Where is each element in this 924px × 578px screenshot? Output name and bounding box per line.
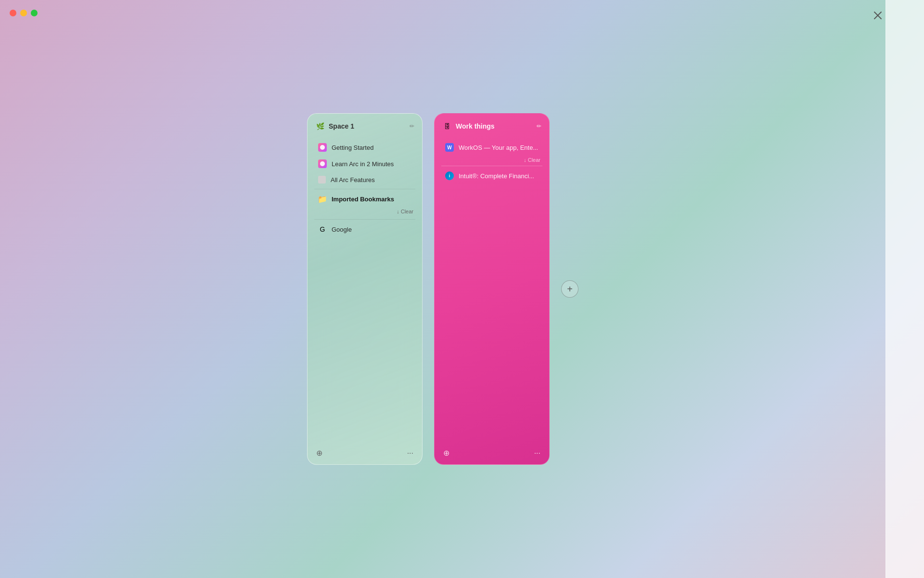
tab-learn-arc[interactable]: Learn Arc in 2 Minutes [311,156,418,171]
space1-title: Space 1 [329,122,354,130]
add-space-button[interactable]: + [561,280,578,298]
space2-footer: ⊕ ··· [435,442,549,464]
tab-workos[interactable]: W WorkOS — Your app, Ente... [438,140,545,155]
space1-divider [314,189,415,189]
space2-move-icon[interactable]: ⊕ [443,448,449,458]
right-panel [886,0,924,578]
tab-label-intuit: Intuit®: Complete Financi... [459,172,539,180]
svg-point-3 [320,161,325,166]
google-favicon: G [318,225,327,234]
tab-label-learn-arc: Learn Arc in 2 Minutes [332,160,411,168]
tab-label-getting-started: Getting Started [332,144,411,151]
space1-header-left: 🌿 Space 1 [315,121,354,131]
close-traffic-light[interactable] [10,10,16,16]
tab-label-all-arc: All Arc Features [331,176,411,184]
tab-label-google: Google [332,226,411,233]
intuit-favicon: i [445,171,454,180]
space1-edit-icon[interactable]: ✏ [410,123,414,130]
arc-logo-icon-2 [320,161,325,167]
space2-header: 🗄 Work things ✏ [435,114,549,137]
close-icon [873,11,882,20]
space-card-2: 🗄 Work things ✏ W WorkOS — Your app, Ent… [434,113,550,465]
space2-icon: 🗄 [442,121,452,131]
tab-intuit[interactable]: i Intuit®: Complete Financi... [438,168,545,184]
tab-imported-bookmarks[interactable]: 📁 Imported Bookmarks [311,191,418,207]
space2-edit-icon[interactable]: ✏ [537,123,541,130]
gray-favicon [318,176,326,184]
space2-title: Work things [456,122,495,130]
minimize-traffic-light[interactable] [20,10,27,16]
space2-divider [441,166,542,166]
space2-more-icon[interactable]: ··· [534,449,540,458]
main-content: 🌿 Space 1 ✏ Getting Started [0,0,886,578]
space1-move-icon[interactable]: ⊕ [316,448,322,458]
space1-footer: ⊕ ··· [308,442,422,464]
space1-icon: 🌿 [315,121,325,131]
space1-tab-list: Getting Started Learn Arc in 2 Minutes A… [308,137,422,442]
space1-divider-2 [314,219,415,220]
space2-clear-button[interactable]: ↓ Clear [435,156,549,166]
maximize-traffic-light[interactable] [31,10,38,16]
arc-favicon-2 [318,159,327,168]
folder-favicon: 📁 [318,195,327,203]
tab-all-arc-features[interactable]: All Arc Features [311,172,418,187]
plus-icon: + [567,284,573,295]
space-card-1: 🌿 Space 1 ✏ Getting Started [307,113,423,465]
space2-header-left: 🗄 Work things [442,121,495,131]
close-button[interactable] [870,8,886,23]
workos-favicon: W [445,143,454,152]
tab-label-workos: WorkOS — Your app, Ente... [459,144,539,151]
space1-header: 🌿 Space 1 ✏ [308,114,422,137]
tab-label-imported-bookmarks: Imported Bookmarks [332,196,411,203]
space2-tab-list: W WorkOS — Your app, Ente... ↓ Clear i I… [435,137,549,442]
space1-more-icon[interactable]: ··· [407,449,413,458]
tab-getting-started[interactable]: Getting Started [311,140,418,155]
svg-point-2 [320,145,325,150]
space1-clear-button[interactable]: ↓ Clear [308,208,422,217]
tab-google[interactable]: G Google [311,222,418,237]
arc-favicon-1 [318,143,327,152]
traffic-lights [10,10,38,16]
arc-logo-icon [320,144,325,150]
